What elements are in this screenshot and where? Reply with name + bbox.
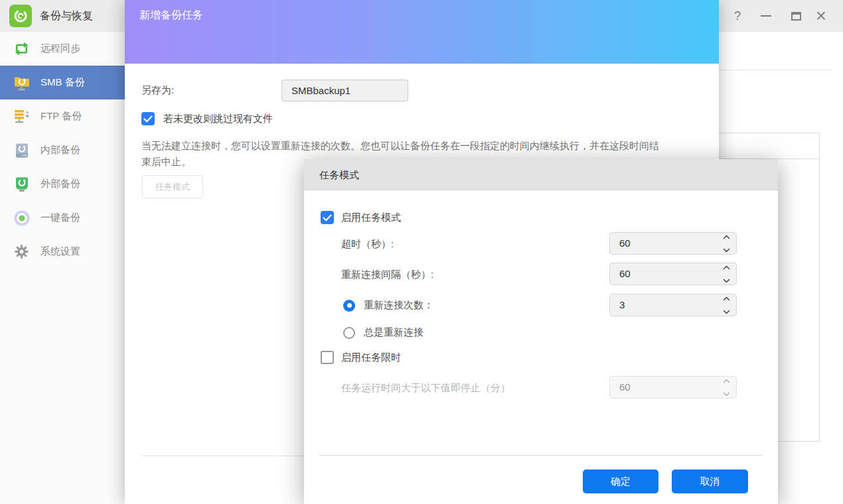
internal-backup-icon: [13, 141, 31, 159]
enable-task-mode-row: 启用任务模式: [321, 211, 401, 224]
save-as-input[interactable]: [281, 80, 408, 101]
sidebar-item-label: SMB 备份: [40, 76, 85, 89]
sidebar-item-system-settings[interactable]: 系统设置: [0, 235, 125, 269]
reconnect-interval-spinner[interactable]: 60: [609, 263, 737, 285]
timeout-label: 超时（秒）:: [341, 238, 394, 251]
modal-footer-divider: [319, 455, 763, 456]
reconnect-count-row: 重新连接次数：: [343, 299, 433, 312]
chevron-up-icon: [723, 296, 730, 301]
sidebar: 远程同步 SMB 备份: [0, 32, 125, 504]
sidebar-item-internal-backup[interactable]: 内部备份: [0, 133, 125, 167]
help-icon[interactable]: ?: [729, 0, 746, 32]
reconnect-count-value: 3: [619, 294, 625, 316]
enable-time-limit-row: 启用任务限时: [321, 351, 401, 364]
sidebar-item-label: 内部备份: [40, 144, 80, 157]
close-icon[interactable]: ×: [812, 0, 830, 32]
sidebar-item-ftp-backup[interactable]: FTP 备份: [0, 99, 125, 133]
chevron-down-icon: [723, 279, 730, 283]
sidebar-item-label: 系统设置: [40, 245, 80, 258]
save-as-label: 另存为:: [141, 84, 174, 97]
task-mode-button[interactable]: 任务模式: [142, 175, 203, 198]
smb-backup-icon: [13, 74, 31, 92]
maximize-icon[interactable]: [787, 0, 805, 32]
chevron-down-icon: [723, 248, 730, 253]
sidebar-item-external-backup[interactable]: 外部备份: [0, 167, 125, 201]
reconnect-interval-value: 60: [619, 263, 631, 284]
remote-sync-icon: [13, 40, 31, 58]
sidebar-item-label: FTP 备份: [40, 110, 82, 123]
skip-existing-row: 若未更改则跳过现有文件: [141, 112, 273, 125]
description-line1: 当无法建立连接时，您可以设置重新连接的次数。您也可以让备份任务在一段指定的时间内…: [141, 138, 706, 154]
enable-time-limit-checkbox[interactable]: [321, 351, 334, 364]
chevron-up-icon: [723, 379, 730, 383]
dialog-header: 新增备份任务: [125, 0, 719, 64]
timeout-spinner[interactable]: 60: [609, 232, 737, 255]
always-reconnect-label: 总是重新连接: [364, 326, 423, 339]
task-mode-modal: 任务模式 启用任务模式 超时（秒）: 60 重新连接间隔（秒）: 60: [304, 159, 778, 504]
reconnect-count-stepper-arrows[interactable]: [722, 296, 730, 314]
ok-button[interactable]: 确定: [583, 470, 658, 493]
time-limit-spinner: 60: [609, 376, 737, 399]
time-limit-value: 60: [619, 377, 631, 398]
timeout-stepper-arrows[interactable]: [722, 235, 730, 253]
chevron-up-icon: [723, 265, 730, 270]
app-window: 备份与恢复 ? × 远程同步: [0, 0, 843, 504]
settings-gear-icon: [13, 243, 31, 261]
timeout-value: 60: [619, 233, 631, 254]
external-backup-icon: [13, 175, 31, 193]
one-touch-backup-icon: [13, 209, 31, 227]
minimize-icon[interactable]: [757, 0, 775, 32]
sidebar-item-smb-backup[interactable]: SMB 备份: [0, 66, 125, 99]
ftp-backup-icon: [13, 107, 31, 125]
background-divider: [719, 70, 832, 70]
reconnect-interval-stepper-arrows[interactable]: [722, 265, 730, 283]
time-limit-stepper-arrows: [722, 379, 730, 397]
time-limit-label: 任务运行时间大于以下值即停止（分）: [341, 382, 510, 395]
reconnect-interval-label: 重新连接间隔（秒）:: [341, 269, 433, 281]
always-reconnect-radio[interactable]: [343, 327, 355, 339]
app-logo-icon: [9, 5, 32, 27]
modal-title: 任务模式: [319, 159, 359, 190]
enable-time-limit-label: 启用任务限时: [341, 351, 401, 364]
dialog-title: 新增备份任务: [139, 9, 203, 23]
cancel-button[interactable]: 取消: [672, 470, 748, 493]
enable-task-mode-checkbox[interactable]: [321, 211, 334, 224]
sidebar-item-remote-sync[interactable]: 远程同步: [0, 32, 125, 66]
reconnect-count-label: 重新连接次数：: [364, 299, 433, 312]
always-reconnect-row: 总是重新连接: [343, 326, 423, 339]
chevron-down-icon: [723, 310, 730, 314]
modal-header: 任务模式: [304, 159, 778, 190]
sidebar-item-label: 远程同步: [40, 42, 80, 55]
skip-existing-label: 若未更改则跳过现有文件: [163, 113, 273, 125]
app-title: 备份与恢复: [40, 0, 93, 32]
sidebar-item-label: 外部备份: [40, 178, 80, 190]
enable-task-mode-label: 启用任务模式: [341, 212, 401, 224]
chevron-up-icon: [723, 235, 730, 239]
sidebar-item-label: 一键备份: [40, 212, 80, 224]
reconnect-count-radio[interactable]: [343, 300, 355, 312]
reconnect-count-spinner[interactable]: 3: [609, 294, 737, 316]
chevron-down-icon: [723, 392, 730, 397]
sidebar-item-one-touch-backup[interactable]: 一键备份: [0, 201, 125, 235]
skip-existing-checkbox[interactable]: [141, 112, 155, 125]
